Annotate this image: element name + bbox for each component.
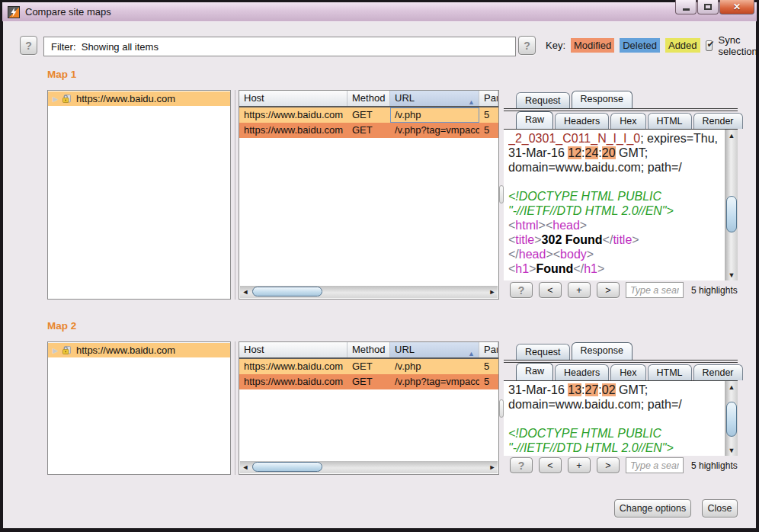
tab-raw[interactable]: Raw bbox=[516, 111, 553, 129]
maximize-icon bbox=[704, 4, 712, 10]
cell-extra[interactable]: 5 bbox=[479, 359, 498, 374]
close-button[interactable]: Close bbox=[702, 499, 738, 518]
minimize-icon bbox=[683, 8, 690, 11]
cell-extra[interactable]: 5 bbox=[479, 374, 498, 389]
filter-bar[interactable]: Filter: Showing all items bbox=[43, 37, 516, 56]
column-header-url[interactable]: URL▲ bbox=[390, 91, 479, 106]
vertical-scrollbar[interactable]: ▲ ▼ bbox=[725, 130, 738, 280]
column-header-url[interactable]: URL▲ bbox=[390, 342, 479, 357]
column-header-params[interactable]: Params bbox=[479, 91, 498, 106]
scroll-left-icon[interactable]: ◄ bbox=[240, 461, 251, 473]
next-highlight-button[interactable]: > bbox=[597, 457, 620, 473]
horizontal-scrollbar[interactable]: ◄ ► bbox=[240, 286, 498, 298]
search-help-button[interactable]: ? bbox=[510, 282, 533, 298]
close-window-button[interactable]: ✕ bbox=[719, 0, 754, 14]
table-row[interactable]: https://www.baidu.com GET /v.php?tag=vmp… bbox=[239, 123, 498, 138]
cell-host[interactable]: https://www.baidu.com bbox=[239, 123, 347, 138]
map1-request-table: Host Method URL▲ Params https://www.baid… bbox=[239, 90, 499, 300]
cell-url[interactable]: /v.php?tag=vmpaccess&... bbox=[390, 374, 479, 389]
format-tabs: Raw Headers Hex HTML Render bbox=[504, 111, 738, 130]
tree-item-label: https://www.baidu.com bbox=[76, 93, 175, 104]
cell-extra[interactable]: 5 bbox=[479, 107, 498, 123]
prev-highlight-button[interactable]: < bbox=[539, 457, 562, 473]
scroll-down-icon[interactable]: ▼ bbox=[725, 269, 738, 280]
map1-message-viewer: Request Response Raw Headers Hex HTML Re… bbox=[504, 90, 738, 300]
cell-method[interactable]: GET bbox=[347, 374, 390, 389]
column-header-params[interactable]: Params bbox=[479, 342, 498, 357]
table-row[interactable]: https://www.baidu.com GET /v.php 5 bbox=[239, 359, 498, 374]
scroll-up-icon[interactable]: ▲ bbox=[725, 381, 738, 393]
cell-method[interactable]: GET bbox=[347, 359, 390, 374]
scroll-right-icon[interactable]: ► bbox=[487, 286, 498, 298]
response-text-area[interactable]: _2_0301_C011_N_I_I_0; expires=Thu,31-Mar… bbox=[504, 130, 738, 280]
cell-host[interactable]: https://www.baidu.com bbox=[239, 374, 347, 389]
maximize-button[interactable] bbox=[697, 0, 719, 14]
tree-table-divider[interactable] bbox=[235, 90, 235, 300]
tab-hex[interactable]: Hex bbox=[610, 364, 645, 380]
scrollbar-thumb[interactable] bbox=[726, 196, 737, 232]
response-text: _2_0301_C011_N_I_I_0; expires=Thu,31-Mar… bbox=[508, 131, 723, 280]
response-text-area[interactable]: 31-Mar-16 13:27:02 GMT;domain=www.baidu.… bbox=[504, 381, 738, 456]
help-button-key[interactable]: ? bbox=[518, 36, 536, 55]
change-options-button[interactable]: Change options bbox=[614, 499, 691, 518]
compare-site-maps-dialog: ? Filter: Showing all items ? Key: Modif… bbox=[3, 21, 756, 528]
scroll-down-icon[interactable]: ▼ bbox=[725, 444, 738, 456]
search-input[interactable] bbox=[626, 282, 684, 298]
map2-tree-item[interactable]: ▶ https://www.baidu.com bbox=[48, 343, 230, 357]
scroll-up-icon[interactable]: ▲ bbox=[725, 130, 738, 141]
add-highlight-button[interactable]: + bbox=[568, 457, 591, 473]
tab-response[interactable]: Response bbox=[572, 342, 632, 360]
title-bar[interactable]: Compare site maps bbox=[2, 2, 757, 21]
sort-asc-icon: ▲ bbox=[468, 95, 475, 106]
tab-request[interactable]: Request bbox=[516, 344, 570, 360]
table-row[interactable]: https://www.baidu.com GET /v.php 5 bbox=[239, 107, 498, 123]
tab-raw[interactable]: Raw bbox=[516, 363, 553, 380]
horizontal-scrollbar[interactable]: ◄ ► bbox=[240, 461, 498, 473]
search-input[interactable] bbox=[626, 457, 684, 473]
cell-host[interactable]: https://www.baidu.com bbox=[239, 107, 347, 123]
cell-extra[interactable]: 5 bbox=[479, 123, 498, 138]
tab-render[interactable]: Render bbox=[693, 113, 743, 129]
column-header-method[interactable]: Method bbox=[347, 342, 390, 357]
key-label: Key: bbox=[546, 40, 565, 51]
scrollbar-thumb[interactable] bbox=[252, 462, 322, 472]
tab-request[interactable]: Request bbox=[516, 92, 570, 108]
expand-arrow-icon[interactable]: ▶ bbox=[53, 347, 58, 354]
tab-render[interactable]: Render bbox=[693, 364, 743, 380]
help-button-filter[interactable]: ? bbox=[20, 36, 37, 55]
search-help-button[interactable]: ? bbox=[510, 457, 533, 473]
tab-headers[interactable]: Headers bbox=[555, 364, 609, 380]
cell-method[interactable]: GET bbox=[347, 107, 390, 123]
map1-tree-item[interactable]: ▶ https://www.baidu.com bbox=[48, 91, 230, 106]
column-header-host[interactable]: Host bbox=[239, 91, 347, 106]
tab-headers[interactable]: Headers bbox=[555, 113, 609, 129]
highlight-count: 5 highlights bbox=[691, 460, 738, 471]
tab-response[interactable]: Response bbox=[572, 91, 632, 108]
scrollbar-thumb[interactable] bbox=[726, 402, 737, 436]
cell-host[interactable]: https://www.baidu.com bbox=[239, 359, 347, 374]
minimize-button[interactable] bbox=[675, 0, 697, 14]
tab-hex[interactable]: Hex bbox=[610, 113, 645, 129]
tab-html[interactable]: HTML bbox=[648, 364, 692, 380]
scroll-right-icon[interactable]: ► bbox=[487, 461, 498, 473]
tab-html[interactable]: HTML bbox=[648, 113, 692, 129]
add-highlight-button[interactable]: + bbox=[568, 282, 591, 298]
column-header-host[interactable]: Host bbox=[239, 342, 347, 357]
expand-arrow-icon[interactable]: ▶ bbox=[53, 95, 58, 103]
next-highlight-button[interactable]: > bbox=[597, 282, 620, 298]
cell-method[interactable]: GET bbox=[347, 123, 390, 138]
scroll-left-icon[interactable]: ◄ bbox=[240, 286, 251, 298]
table-row[interactable]: https://www.baidu.com GET /v.php?tag=vmp… bbox=[239, 374, 498, 389]
sync-checkbox[interactable] bbox=[706, 40, 713, 51]
table-header: Host Method URL▲ Params bbox=[239, 342, 498, 359]
scrollbar-thumb[interactable] bbox=[252, 287, 322, 296]
column-header-method[interactable]: Method bbox=[347, 91, 390, 106]
tree-table-divider[interactable] bbox=[235, 341, 235, 475]
sync-label: Sync selection bbox=[718, 34, 759, 57]
cell-url-focused[interactable]: /v.php bbox=[390, 107, 479, 123]
cell-url[interactable]: /v.php?tag=vmpaccess&... bbox=[390, 123, 479, 138]
cell-url[interactable]: /v.php bbox=[390, 359, 479, 374]
prev-highlight-button[interactable]: < bbox=[539, 282, 562, 298]
vertical-scrollbar[interactable]: ▲ ▼ bbox=[725, 381, 738, 456]
message-tabs: Request Response bbox=[504, 90, 738, 108]
